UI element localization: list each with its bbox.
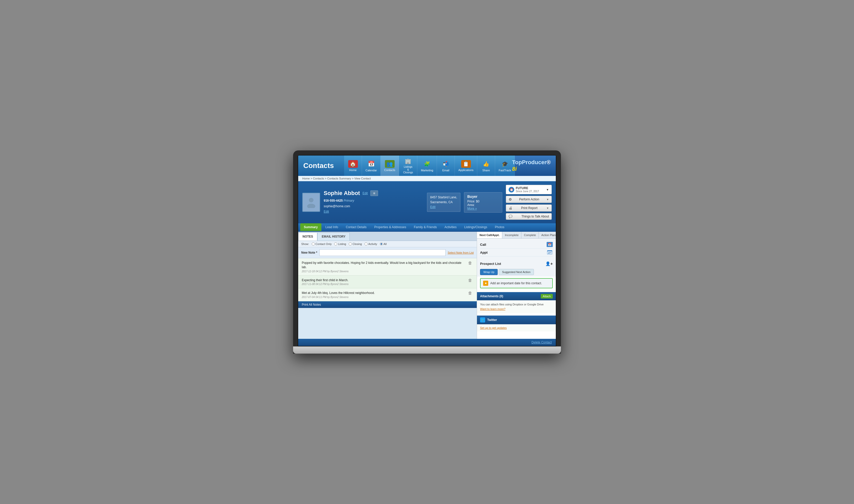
calendar-icon: 📅 xyxy=(366,160,376,168)
right-tab-action-plans-label: Action Plans xyxy=(541,234,556,237)
future-clock-icon: ⏰ xyxy=(509,187,514,193)
brand-name: TopProducer® 8i xyxy=(512,159,551,172)
nav-item-listings[interactable]: 🏢 Listings &Closings xyxy=(399,156,417,176)
print-report-button[interactable]: 🖨 Print Report ▼ xyxy=(506,204,552,212)
right-tab-incomplete[interactable]: Incomplete xyxy=(502,232,521,238)
top-navigation: Contacts 🏠 Home 📅 Calendar 👥 Contacts 🏢 xyxy=(298,156,556,176)
twitter-header: 🐦 Twitter xyxy=(477,316,556,324)
svg-text:APT: APT xyxy=(548,252,552,254)
nav-label-email: Email xyxy=(442,169,450,172)
tab-family[interactable]: Family & Friends xyxy=(411,223,440,231)
tab-summary[interactable]: Summary xyxy=(300,223,321,231)
nav-label-marketing: Marketing xyxy=(421,169,433,172)
contact-name-row: Sophie Abbot Edit ≡ xyxy=(324,190,418,197)
suggested-next-action-tab[interactable]: Suggested Next Action xyxy=(499,269,534,275)
note-content-0: Popped by with favorite chocolates. Hopi… xyxy=(302,261,467,273)
wrap-up-tab[interactable]: Wrap Up xyxy=(480,269,498,275)
future-since: Since June 27, 2017 xyxy=(516,190,545,193)
fasttrack-icon: 🎓 xyxy=(500,160,510,168)
twitter-title: Twitter xyxy=(487,318,497,322)
note-text-0: Popped by with favorite chocolates. Hopi… xyxy=(302,261,467,269)
right-tab-next-call[interactable]: Next Call/Appt. xyxy=(477,232,502,238)
perform-action-label: Perform Action xyxy=(519,198,539,201)
future-dropdown-arrow: ▼ xyxy=(546,188,549,191)
contact-info-edit-link[interactable]: Edit xyxy=(324,210,329,213)
notes-tab-notes[interactable]: NOTES xyxy=(298,233,317,241)
print-all-notes-button[interactable]: Print All Notes xyxy=(298,301,477,308)
perform-action-button[interactable]: ⚙ Perform Action ▼ xyxy=(506,196,552,203)
attachments-learn-more-link[interactable]: Want to learn more? xyxy=(480,307,505,310)
filter-listing[interactable]: Listing xyxy=(334,242,346,246)
nav-item-applications[interactable]: 📋 Applications xyxy=(455,156,477,176)
attachments-header: Attachments (0) Attach xyxy=(477,292,556,300)
note-item: Met at July 4th bbq. Loves the Hillcrest… xyxy=(298,288,477,301)
print-report-arrow: ▼ xyxy=(546,207,549,210)
contact-price: Price: $0 xyxy=(467,200,499,203)
contact-more-link[interactable]: More » xyxy=(467,207,477,210)
laptop-base xyxy=(293,346,561,354)
tab-properties[interactable]: Properties & Addresses xyxy=(371,223,409,231)
contact-address: 8457 Starbird Lane, Sacramento, CA Edit xyxy=(427,193,460,212)
filter-listing-label: Listing xyxy=(338,242,346,246)
filter-activity[interactable]: Activity xyxy=(365,242,377,246)
right-tab-action-plans[interactable]: Action Plans xyxy=(539,232,556,238)
new-note-label: New Note * xyxy=(301,251,317,254)
address-edit-link[interactable]: Edit xyxy=(430,205,436,209)
tab-contact-details[interactable]: Contact Details xyxy=(342,223,370,231)
twitter-setup-link[interactable]: Set up to get updates xyxy=(480,326,507,329)
main-content: NOTES EMAIL HISTORY Show: Contact Only xyxy=(298,232,556,339)
nav-item-email[interactable]: 📬 Email xyxy=(437,156,455,176)
filter-all-label: All xyxy=(384,242,387,246)
note-delete-0[interactable]: 🗑 xyxy=(467,261,473,265)
right-tab-complete[interactable]: Complete xyxy=(521,232,539,238)
notes-tab-notes-label: NOTES xyxy=(302,235,313,238)
note-delete-1[interactable]: 🗑 xyxy=(467,278,473,283)
right-panel: Next Call/Appt. Incomplete Complete Acti… xyxy=(477,232,556,339)
radio-listing-circle xyxy=(334,242,337,246)
future-text: FUTURE Since June 27, 2017 xyxy=(516,186,545,193)
address-line2: Sacramento, CA xyxy=(430,200,457,205)
appt-icon[interactable]: APT xyxy=(547,250,553,255)
marketing-icon: 🧩 xyxy=(422,160,432,168)
nav-item-calendar[interactable]: 📅 Calendar xyxy=(362,156,381,176)
call-label: Call xyxy=(480,243,486,247)
app-brand: TopProducer® 8i xyxy=(515,156,556,176)
attach-button[interactable]: Attach xyxy=(541,294,553,299)
filter-contact-only[interactable]: Contact Only xyxy=(312,242,332,246)
tab-lead-info[interactable]: Lead Info xyxy=(322,223,342,231)
tab-activities[interactable]: Activities xyxy=(441,223,460,231)
attachments-section: Attachments (0) Attach You can attach fi… xyxy=(477,292,556,313)
contact-email: sophie@home.com xyxy=(324,204,350,208)
future-badge[interactable]: ⏰ FUTURE Since June 27, 2017 ▼ xyxy=(506,185,552,194)
print-report-icon: 🖨 xyxy=(509,206,512,210)
important-date-box[interactable]: ★ Add an important date for this contact… xyxy=(480,278,553,288)
right-tab-next-call-label: Next Call/Appt. xyxy=(480,234,500,237)
note-meta-0: 2017-12-18 04:12 PM by Byron2 Stevens xyxy=(302,270,467,273)
filter-activity-label: Activity xyxy=(368,242,377,246)
contact-avatar xyxy=(302,193,320,212)
nav-item-share[interactable]: 👍 Share xyxy=(477,156,495,176)
contact-edit-link-row[interactable]: Edit xyxy=(324,209,418,215)
select-note-from-list-link[interactable]: Select Note from List xyxy=(448,251,474,254)
notes-tab-email-history[interactable]: EMAIL HISTORY xyxy=(317,233,350,241)
nav-item-home[interactable]: 🏠 Home xyxy=(344,156,362,176)
tab-photos[interactable]: Photos xyxy=(491,223,508,231)
delete-contact-link[interactable]: Delete Contact xyxy=(531,341,552,344)
notes-area: NOTES EMAIL HISTORY Show: Contact Only xyxy=(298,232,477,339)
contact-status-title: Buyer xyxy=(467,195,499,199)
prospect-icon[interactable]: 👤+ xyxy=(545,261,553,266)
tab-listings[interactable]: Listings/Closings xyxy=(461,223,491,231)
call-calendar-icon[interactable]: 📅 xyxy=(547,242,553,247)
things-to-talk-button[interactable]: 💬 Things to Talk About xyxy=(506,213,552,220)
note-delete-2[interactable]: 🗑 xyxy=(467,291,473,295)
filter-closing[interactable]: Closing xyxy=(349,242,362,246)
nav-item-contacts[interactable]: 👥 Contacts xyxy=(381,156,399,176)
new-note-input[interactable] xyxy=(319,249,446,256)
prospect-section: Prospect List 👤+ xyxy=(477,258,556,267)
nav-item-marketing[interactable]: 🧩 Marketing xyxy=(417,156,437,176)
address-line1: 8457 Starbird Lane, xyxy=(430,195,457,200)
appt-calendar-icon: APT xyxy=(547,250,552,254)
filter-all[interactable]: All xyxy=(380,242,387,246)
contact-name-edit-link[interactable]: Edit xyxy=(363,192,368,195)
contact-area: Area: xyxy=(467,203,499,207)
